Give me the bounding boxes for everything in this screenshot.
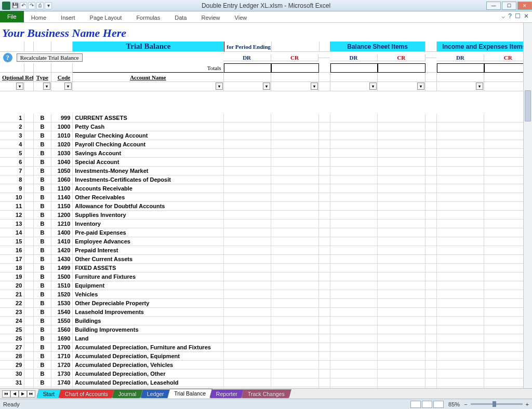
worksheet-area[interactable]: Your Business Name Here Trial Balance fo… (0, 23, 532, 388)
filter-icon[interactable]: ▾ (16, 83, 23, 90)
tab-nav-prev-icon[interactable]: ◀ (10, 390, 19, 398)
tab-page-layout[interactable]: Page Layout (83, 13, 129, 22)
view-normal-button[interactable] (410, 401, 421, 408)
data-grid[interactable]: 1B999CURRENT ASSETS2B1000Petty Cash3B101… (0, 114, 532, 388)
row-account: Supplies Inventory (73, 211, 223, 220)
table-row[interactable]: 10B1140Other Receivables (0, 193, 532, 202)
zoom-in-button[interactable]: + (526, 401, 529, 407)
row-account: Payroll Checking Account (73, 140, 223, 149)
table-row[interactable]: 14B1400Pre-paid Expenses (0, 228, 532, 237)
table-row[interactable]: 4B1020Payroll Checking Account (0, 140, 532, 149)
zoom-out-button[interactable]: − (464, 401, 467, 407)
table-row[interactable]: 29B1720Accumulated Depreciation, Vehicle… (0, 361, 532, 370)
minimize-ribbon-icon[interactable]: ⌵ (501, 12, 505, 20)
table-row[interactable]: 7B1050Investments-Money Market (0, 167, 532, 175)
help-q-icon[interactable]: ? (3, 53, 12, 62)
table-row[interactable]: 20B1510Equipment (0, 281, 532, 290)
table-row[interactable]: 5B1030Savings Account (0, 149, 532, 158)
table-row[interactable]: 18B1499FIXED ASSETS (0, 264, 532, 272)
table-row[interactable]: 1B999CURRENT ASSETS (0, 114, 532, 122)
filter-icon[interactable]: ▾ (476, 83, 483, 90)
table-row[interactable]: 26B1690Land (0, 334, 532, 343)
row-account: Investments-Certificates of Deposit (73, 175, 223, 184)
filter-icon[interactable]: ▾ (263, 83, 270, 90)
filter-icon[interactable]: ▾ (43, 83, 50, 90)
row-type: B (34, 114, 51, 122)
table-row[interactable]: 16B1420Prepaid Interest (0, 246, 532, 255)
redo-icon[interactable]: ↷ (28, 2, 35, 9)
view-layout-button[interactable] (422, 401, 432, 408)
view-pagebreak-button[interactable] (433, 401, 444, 408)
row-account: Investments-Money Market (73, 167, 223, 175)
minimize-button[interactable]: — (486, 2, 501, 10)
sheet-tab-chart[interactable]: Chart of Accounts (58, 389, 115, 398)
sheet-tab-journal[interactable]: Journal (112, 389, 143, 398)
sheet-tab-reporter[interactable]: Reporter (209, 389, 244, 398)
business-title: Your Business Name Here (0, 23, 532, 42)
row-type: B (34, 317, 51, 325)
help-icon[interactable]: ? (508, 12, 512, 20)
undo-icon[interactable]: ↶ (20, 2, 27, 9)
table-row[interactable]: 13B1210Inventory (0, 220, 532, 228)
table-row[interactable]: 17B1430Other Current Assets (0, 255, 532, 264)
vertical-scrollbar[interactable] (523, 23, 532, 388)
row-account: Other Receivables (73, 193, 223, 202)
table-row[interactable]: 22B1530Other Depreciable Property (0, 299, 532, 308)
filter-icon[interactable]: ▾ (417, 83, 424, 90)
row-number: 11 (0, 202, 24, 211)
tab-review[interactable]: Review (194, 13, 227, 22)
table-row[interactable]: 2B1000Petty Cash (0, 122, 532, 131)
filter-icon[interactable]: ▾ (216, 83, 223, 90)
table-row[interactable]: 21B1520Vehicles (0, 290, 532, 299)
row-number: 4 (0, 140, 24, 149)
table-row[interactable]: 6B1040Special Account (0, 158, 532, 167)
save-icon[interactable]: 💾 (11, 2, 19, 9)
row-number: 10 (0, 193, 24, 202)
table-row[interactable]: 28B1710Accumulated Depreciation, Equipme… (0, 352, 532, 361)
tab-nav-last-icon[interactable]: ⏭ (27, 390, 35, 398)
tab-view[interactable]: View (228, 13, 255, 22)
sheet-tab-ledger[interactable]: Ledger (140, 389, 170, 398)
table-row[interactable]: 23B1540Leasehold Improvements (0, 308, 532, 317)
tab-formulas[interactable]: Formulas (129, 13, 167, 22)
tab-insert[interactable]: Insert (54, 13, 83, 22)
recalculate-button[interactable]: Recalculate Trial Balance (17, 53, 83, 62)
filter-icon[interactable]: ▾ (369, 83, 377, 90)
row-type: B (34, 246, 51, 255)
tab-nav-first-icon[interactable]: ⏮ (2, 390, 10, 398)
filter-icon[interactable]: ▾ (311, 83, 318, 90)
sheet-tab-track-changes[interactable]: Track Changes (241, 389, 291, 398)
row-account: Accumulated Depreciation, Other (73, 370, 223, 378)
table-row[interactable]: 8B1060Investments-Certificates of Deposi… (0, 175, 532, 184)
print-icon[interactable]: ⎙ (36, 2, 44, 9)
table-row[interactable]: 31B1740Accumulated Depreciation, Leaseho… (0, 378, 532, 387)
sheet-tab-start[interactable]: Start (36, 389, 62, 398)
table-row[interactable]: 24B1550Buildings (0, 317, 532, 325)
table-row[interactable]: 15B1410Employee Advances (0, 237, 532, 246)
table-row[interactable]: 30B1730Accumulated Depreciation, Other (0, 370, 532, 378)
row-number: 21 (0, 290, 24, 299)
sheet-tab-trial-balance[interactable]: Trial Balance (167, 389, 213, 399)
maximize-button[interactable]: ☐ (502, 2, 516, 10)
filter-icon[interactable]: ▾ (64, 83, 72, 90)
row-code: 1150 (51, 202, 73, 211)
table-row[interactable]: 25B1560Building Improvements (0, 325, 532, 334)
table-row[interactable]: 19B1500Furniture and Fixtures (0, 272, 532, 281)
scrollbar-thumb[interactable] (525, 90, 531, 121)
close-button[interactable]: ✕ (517, 2, 532, 10)
table-row[interactable]: 9B1100Accounts Receivable (0, 184, 532, 193)
table-row[interactable]: 27B1700Accumulated Depreciation, Furnitu… (0, 343, 532, 352)
row-number: 28 (0, 352, 24, 361)
tab-nav-next-icon[interactable]: ▶ (19, 390, 27, 398)
zoom-level[interactable]: 85% (448, 401, 460, 407)
window-restore-icon[interactable]: ☐ (515, 12, 521, 20)
zoom-slider[interactable] (471, 403, 523, 405)
qat-more-icon[interactable]: ▾ (45, 2, 52, 9)
table-row[interactable]: 3B1010Regular Checking Account (0, 131, 532, 140)
workbook-close-icon[interactable]: ✕ (524, 12, 529, 20)
table-row[interactable]: 12B1200Supplies Inventory (0, 211, 532, 220)
tab-data[interactable]: Data (167, 13, 194, 22)
table-row[interactable]: 11B1150Allowance for Doubtful Accounts (0, 202, 532, 211)
file-tab[interactable]: File (0, 11, 24, 22)
tab-home[interactable]: Home (24, 13, 54, 22)
